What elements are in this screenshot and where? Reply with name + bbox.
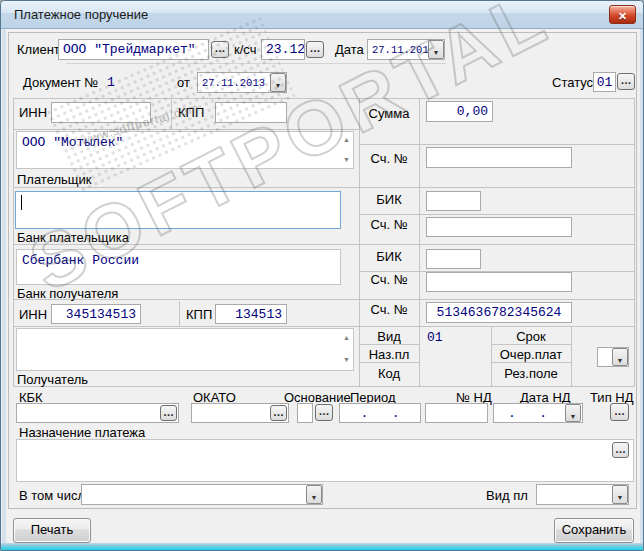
receiver-account-label: Сч. № [360, 302, 418, 317]
grid-line [491, 362, 571, 363]
receiver-bank-account-input[interactable] [426, 272, 572, 292]
receiver-inn-label: ИНН [19, 307, 47, 322]
print-button[interactable]: Печать [13, 518, 91, 543]
document-date-dropdown-button[interactable]: ▼ [270, 73, 286, 92]
purpose-picker-button[interactable]: … [612, 442, 629, 458]
window-frame-bottom [1, 543, 643, 550]
grid-line [13, 129, 359, 130]
grid-line [179, 301, 180, 326]
document-number-label: Документ № [23, 75, 98, 90]
grid-line [359, 362, 419, 363]
payer-account-label: Сч. № [360, 151, 418, 166]
window-title: Платежное поручение [14, 7, 148, 22]
kod-label: Код [360, 366, 418, 381]
okato-picker-button[interactable]: … [270, 405, 287, 421]
payer-bank-bik-input[interactable] [426, 191, 481, 211]
grid-line [419, 98, 420, 386]
payer-account-input[interactable] [426, 147, 572, 168]
scroll-down-icon[interactable]: ▼ [343, 356, 350, 363]
grid-line [13, 326, 635, 327]
rez-pole-label: Рез.поле [492, 366, 570, 381]
receiver-bank-account-label: Сч. № [360, 272, 418, 287]
grid-line [13, 98, 14, 386]
receiver-bank-textarea[interactable]: Сбербанк России [16, 249, 341, 285]
client-picker-button[interactable]: … [211, 41, 229, 58]
payer-inn-input[interactable] [51, 102, 151, 123]
payer-kpp-label: КПП [178, 105, 204, 120]
payer-kpp-input[interactable] [215, 102, 287, 123]
receiver-name-textarea[interactable] [16, 328, 354, 371]
nd-number-input[interactable] [425, 403, 488, 423]
sum-input[interactable]: 0,00 [426, 101, 493, 122]
header-separator [66, 63, 446, 64]
status-label: Статус [552, 75, 593, 90]
text-caret [21, 195, 22, 210]
osnovanie-input[interactable] [297, 403, 313, 423]
status-input[interactable]: 01 [593, 72, 616, 92]
status-picker-button[interactable]: … [617, 73, 635, 90]
scroll-up-icon[interactable]: ▲ [343, 334, 350, 341]
payer-bank-account-input[interactable] [426, 217, 572, 237]
payer-bank-account-label: Сч. № [360, 217, 418, 232]
grid-line [13, 386, 635, 387]
chevron-down-icon: ▼ [275, 82, 282, 89]
payer-bank-bik-label: БИК [360, 192, 418, 207]
chevron-down-icon: ▼ [617, 357, 624, 364]
date-dropdown-button[interactable]: ▼ [428, 40, 444, 59]
srok-label: Срок [492, 329, 570, 344]
vid-pl-label: Вид пл [486, 488, 528, 503]
nazpl-label: Наз.пл [360, 347, 418, 362]
chevron-down-icon: ▼ [570, 413, 577, 420]
vid-label: Вид [360, 329, 418, 344]
grid-line [359, 344, 419, 345]
receiver-bank-bik-label: БИК [360, 249, 418, 264]
includes-combo[interactable] [81, 484, 323, 505]
vid-value[interactable]: 01 [427, 330, 443, 345]
grid-line [359, 214, 635, 215]
client-input[interactable]: ООО "Трейдмаркет" [58, 39, 209, 60]
vid-pl-dropdown-button[interactable]: ▼ [612, 485, 628, 504]
period-input[interactable]: . . [339, 403, 421, 423]
receiver-inn-input[interactable]: 345134513 [51, 304, 141, 324]
corr-account-picker-button[interactable]: … [306, 41, 324, 58]
grid-line [171, 98, 172, 129]
ocher-plat-label: Очер.плат [492, 347, 570, 362]
grid-line [491, 344, 571, 345]
grid-line [359, 144, 635, 145]
nd-type-picker-button[interactable]: … [610, 403, 629, 421]
window-frame-left [2, 29, 6, 551]
grid-line [634, 98, 635, 386]
scroll-down-icon[interactable]: ▼ [343, 156, 350, 163]
from-label: от [177, 75, 190, 90]
receiver-bank-caption: Банк получателя [17, 286, 118, 301]
corr-account-label: к/сч [234, 42, 256, 57]
window-titlebar[interactable]: Платежное поручение ✕ [1, 1, 643, 29]
nd-date-dropdown-button[interactable]: ▼ [565, 404, 581, 422]
payer-caption: Плательщик [17, 172, 91, 187]
grid-line [13, 187, 635, 188]
osnovanie-picker-button[interactable]: … [315, 404, 333, 421]
document-number-value[interactable]: 1 [107, 75, 115, 90]
payer-name-textarea[interactable]: ООО "Мотылек" [16, 131, 354, 169]
corr-account-input[interactable]: 23.12 [261, 39, 305, 60]
receiver-kpp-input[interactable]: 134513 [215, 304, 287, 324]
save-button[interactable]: Сохранить [554, 518, 634, 543]
payer-bank-textarea[interactable] [15, 191, 341, 229]
close-button[interactable]: ✕ [609, 5, 636, 24]
chevron-down-icon: ▼ [311, 494, 318, 501]
window-frame-right [640, 29, 644, 551]
purpose-textarea[interactable] [16, 439, 634, 482]
client-label: Клиент [17, 42, 60, 57]
date-label: Дата [335, 42, 364, 57]
purpose-label: Назначение платежа [19, 425, 145, 440]
kbk-picker-button[interactable]: … [160, 405, 177, 421]
receiver-kpp-label: КПП [186, 307, 212, 322]
receiver-bank-bik-input[interactable] [426, 249, 481, 269]
includes-dropdown-button[interactable]: ▼ [306, 485, 322, 504]
kbk-input[interactable] [16, 403, 179, 423]
receiver-account-input[interactable]: 5134636782345624 [426, 302, 572, 323]
sum-label: Сумма [360, 106, 418, 121]
ocher-plat-dropdown-button[interactable]: ▼ [612, 348, 628, 366]
scroll-up-icon[interactable]: ▲ [343, 136, 350, 143]
chevron-down-icon: ▼ [617, 494, 624, 501]
